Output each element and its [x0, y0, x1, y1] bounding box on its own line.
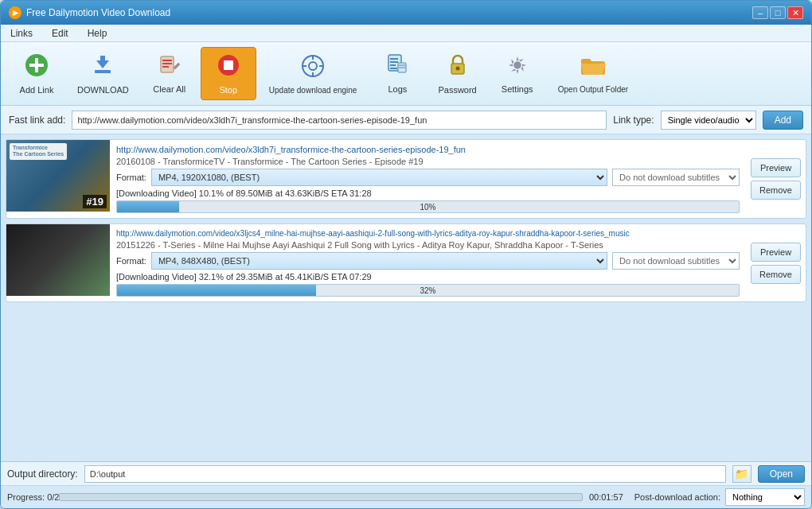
preview-btn-1[interactable]: Preview — [751, 158, 801, 177]
svg-rect-3 — [95, 70, 111, 73]
progress-bar-row-1: 10% — [116, 200, 740, 213]
thumbnail-2 — [6, 224, 110, 296]
link-type-select[interactable]: Single video/audio — [661, 111, 756, 130]
bottom-right: 00:01:57 Post-download action: Nothing S… — [589, 488, 805, 506]
item-actions-2: Preview Remove — [746, 224, 806, 301]
time-display: 00:01:57 — [589, 492, 623, 502]
output-path-input[interactable] — [84, 465, 726, 483]
open-folder-label: Open Output Folder — [558, 85, 628, 94]
svg-rect-21 — [390, 68, 397, 69]
svg-marker-4 — [96, 56, 109, 68]
download-label: DOWNLOAD — [77, 85, 129, 95]
main-window: ▶ Free Dailymotion Video Download – □ ✕ … — [0, 0, 812, 509]
subtitle-select-2[interactable]: Do not download subtitles — [612, 252, 740, 270]
link-type-label: Link type: — [613, 115, 654, 126]
output-bar: Output directory: 📁 Open — [1, 462, 811, 486]
menu-bar: Links Edit Help — [1, 25, 811, 42]
settings-label: Settings — [502, 84, 533, 94]
svg-rect-20 — [390, 64, 396, 66]
progress-count: Progress: 0/2 — [7, 492, 59, 502]
svg-rect-6 — [162, 60, 172, 61]
update-icon — [300, 53, 326, 83]
item-details-2: http://www.dailymotion.com/video/x3ljcs4… — [110, 224, 746, 301]
window-title: Free Dailymotion Video Download — [26, 7, 170, 18]
progress-row-2: [Downloading Video] 32.1% of 29.35MiB at… — [116, 272, 740, 282]
progress-status-1: [Downloading Video] 10.1% of 89.50MiB at… — [116, 188, 740, 198]
update-button[interactable]: Update download engine — [260, 49, 367, 99]
add-link-button[interactable]: Add Link — [9, 48, 64, 99]
logs-button[interactable]: Logs — [369, 49, 425, 99]
remove-btn-2[interactable]: Remove — [751, 265, 801, 284]
svg-point-12 — [309, 62, 317, 70]
toolbar: Add Link DOWNLOAD Clear All Stop Update … — [1, 42, 811, 106]
item-url-1[interactable]: http://www.dailymotion.com/video/x3ldh7i… — [116, 145, 740, 154]
progress-bar-2: 32% — [116, 284, 740, 297]
clear-all-icon — [158, 53, 182, 81]
format-row-1: Format: MP4, 1920X1080, (BEST) Do not do… — [116, 169, 740, 186]
svg-point-26 — [455, 67, 459, 71]
settings-button[interactable]: Settings — [490, 49, 545, 99]
thumb-logo-1: TransformiceThe Cartoon Series — [10, 143, 67, 160]
post-download-select[interactable]: Nothing Shutdown Hibernate Sleep — [725, 488, 805, 506]
svg-rect-2 — [29, 64, 44, 67]
item-meta-1: 20160108 - TransformiceTV - Transformice… — [116, 157, 740, 166]
add-link-btn[interactable]: Add — [763, 111, 803, 130]
title-bar-left: ▶ Free Dailymotion Video Download — [9, 6, 170, 19]
svg-rect-10 — [224, 60, 233, 70]
overall-progress-bar — [59, 493, 583, 501]
svg-rect-19 — [390, 61, 398, 63]
remove-btn-1[interactable]: Remove — [751, 181, 801, 200]
open-folder-icon — [580, 54, 607, 82]
format-label-2: Format: — [116, 256, 146, 266]
close-button[interactable]: ✕ — [787, 6, 803, 19]
open-folder-button[interactable]: Open Output Folder — [548, 49, 638, 99]
stop-button[interactable]: Stop — [201, 47, 256, 100]
fast-link-input[interactable] — [72, 111, 607, 130]
thumb-number-1: #19 — [83, 195, 107, 208]
add-link-icon — [24, 52, 49, 82]
download-icon — [90, 52, 115, 82]
format-row-2: Format: MP4, 848X480, (BEST) Do not down… — [116, 252, 740, 270]
window-controls: – □ ✕ — [752, 6, 803, 19]
item-url-2[interactable]: http://www.dailymotion.com/video/x3ljcs4… — [116, 229, 740, 238]
svg-rect-18 — [390, 58, 398, 60]
update-label: Update download engine — [269, 86, 357, 95]
output-folder-icon-btn[interactable]: 📁 — [732, 465, 751, 483]
format-label-1: Format: — [116, 173, 146, 182]
item-details-1: http://www.dailymotion.com/video/x3ldh7i… — [110, 140, 746, 218]
status-bar: Output directory: 📁 Open Progress: 0/2 0… — [1, 461, 811, 508]
svg-rect-7 — [162, 63, 172, 64]
clear-all-button[interactable]: Clear All — [142, 49, 197, 99]
fast-link-bar: Fast link add: Link type: Single video/a… — [1, 106, 811, 134]
progress-text-2: 32% — [117, 285, 739, 296]
password-button[interactable]: Password — [428, 48, 486, 99]
add-link-label: Add Link — [20, 85, 54, 95]
title-bar: ▶ Free Dailymotion Video Download – □ ✕ — [1, 1, 811, 25]
download-item: TransformiceThe Cartoon Series #19 http:… — [6, 139, 806, 219]
minimize-button[interactable]: – — [752, 6, 768, 19]
download-list: TransformiceThe Cartoon Series #19 http:… — [1, 134, 811, 461]
subtitle-select-1[interactable]: Do not download subtitles — [612, 169, 740, 186]
app-icon: ▶ — [9, 6, 21, 19]
menu-help[interactable]: Help — [84, 27, 111, 40]
logs-label: Logs — [388, 84, 408, 94]
fast-link-label: Fast link add: — [9, 115, 65, 126]
stop-label: Stop — [219, 85, 237, 95]
item-actions-1: Preview Remove — [746, 140, 806, 218]
maximize-button[interactable]: □ — [770, 6, 786, 19]
menu-links[interactable]: Links — [7, 27, 36, 40]
output-open-btn[interactable]: Open — [758, 465, 805, 483]
preview-btn-2[interactable]: Preview — [751, 243, 801, 262]
settings-icon — [506, 53, 529, 81]
output-label: Output directory: — [7, 468, 78, 480]
format-select-1[interactable]: MP4, 1920X1080, (BEST) — [151, 169, 607, 186]
password-icon — [447, 52, 469, 82]
progress-row-1: [Downloading Video] 10.1% of 89.50MiB at… — [116, 188, 740, 198]
download-button[interactable]: DOWNLOAD — [68, 48, 139, 99]
format-select-2[interactable]: MP4, 848X480, (BEST) — [151, 252, 607, 270]
thumbnail-1: TransformiceThe Cartoon Series #19 — [6, 140, 110, 212]
clear-all-label: Clear All — [153, 84, 185, 94]
download-item-2: http://www.dailymotion.com/video/x3ljcs4… — [6, 223, 806, 302]
menu-edit[interactable]: Edit — [49, 27, 72, 40]
post-download-label: Post-download action: — [634, 492, 720, 502]
